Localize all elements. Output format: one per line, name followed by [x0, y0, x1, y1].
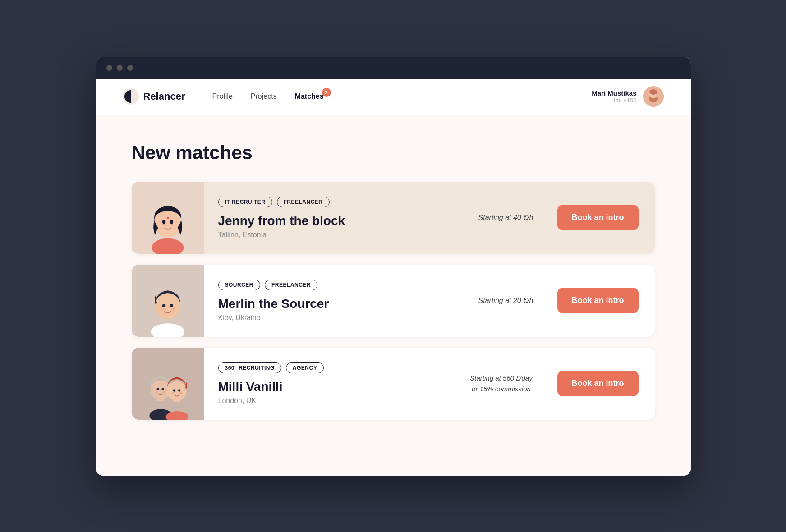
browser-dot-yellow — [117, 65, 123, 71]
svg-point-24 — [161, 388, 164, 390]
match-price-0: Starting at 40 €/h — [465, 212, 547, 224]
svg-point-19 — [171, 307, 175, 310]
svg-point-33 — [179, 392, 182, 394]
svg-point-17 — [170, 304, 173, 307]
app-content: Relancer Profile Projects Matches 2 Mari… — [96, 79, 691, 476]
user-id: Idu #100 — [592, 97, 636, 104]
merlin-avatar-icon — [138, 274, 197, 337]
user-avatar[interactable] — [643, 86, 664, 107]
nav-projects[interactable]: Projects — [251, 92, 277, 101]
nav-matches[interactable]: Matches 2 — [295, 92, 324, 101]
match-card-1: SOURCER FREELANCER Merlin the Sourcer Ki… — [132, 265, 655, 337]
svg-point-31 — [178, 389, 180, 391]
svg-point-13 — [151, 323, 184, 337]
tag-1-0: SOURCER — [218, 280, 261, 290]
svg-point-26 — [163, 390, 165, 393]
tag-2-0: 360° RECRUITING — [218, 362, 281, 373]
book-intro-0[interactable]: Book an intro — [557, 205, 639, 230]
browser-bar — [96, 57, 691, 79]
svg-point-15 — [155, 294, 180, 319]
match-card-0: IT RECRUITER FREELANCER Jenny from the b… — [132, 182, 655, 254]
tag-0-0: IT RECRUITER — [218, 197, 272, 207]
book-intro-2[interactable]: Book an intro — [557, 371, 639, 396]
milli-avatar-icon — [138, 357, 197, 420]
match-avatar-0 — [132, 182, 204, 254]
match-action-1: Book an intro — [547, 288, 655, 313]
svg-point-32 — [172, 392, 174, 394]
match-card-2: 360° RECRUITING AGENCY Milli Vanilli Lon… — [132, 348, 655, 420]
svg-point-11 — [170, 220, 173, 223]
matches-badge: 2 — [322, 88, 331, 97]
match-body-2: 360° RECRUITING AGENCY Milli Vanilli Lon… — [204, 350, 456, 417]
svg-point-30 — [173, 389, 175, 391]
svg-point-23 — [156, 388, 159, 390]
book-intro-1[interactable]: Book an intro — [557, 288, 639, 313]
jenny-avatar-icon — [138, 191, 197, 254]
main-content: New matches — [96, 115, 691, 458]
match-price-2: Starting at 560 £/dayor 15% commission — [456, 373, 547, 394]
match-action-2: Book an intro — [547, 371, 655, 396]
logo-text: Relancer — [143, 91, 185, 102]
match-tags-0: IT RECRUITER FREELANCER — [218, 197, 451, 207]
svg-point-7 — [154, 210, 181, 237]
svg-point-29 — [167, 381, 186, 401]
navbar: Relancer Profile Projects Matches 2 Mari… — [96, 79, 691, 115]
match-name-0: Jenny from the block — [218, 214, 451, 228]
match-body-1: SOURCER FREELANCER Merlin the Sourcer Ki… — [204, 267, 465, 335]
match-location-0: Tallinn, Estonia — [218, 231, 451, 239]
tag-1-1: FREELANCER — [265, 280, 317, 290]
user-info: Mari Mustikas Idu #100 — [592, 89, 636, 104]
user-name: Mari Mustikas — [592, 89, 636, 97]
page-title: New matches — [132, 142, 655, 164]
match-tags-1: SOURCER FREELANCER — [218, 280, 451, 290]
browser-window: Relancer Profile Projects Matches 2 Mari… — [96, 57, 691, 476]
browser-dot-green — [127, 65, 133, 71]
svg-point-5 — [152, 238, 184, 254]
tag-2-1: AGENCY — [286, 362, 324, 373]
browser-dot-red — [106, 65, 112, 71]
svg-point-12 — [166, 217, 169, 219]
match-name-2: Milli Vanilli — [218, 380, 442, 394]
nav-profile[interactable]: Profile — [212, 92, 232, 101]
match-name-1: Merlin the Sourcer — [218, 297, 451, 311]
match-body-0: IT RECRUITER FREELANCER Jenny from the b… — [204, 184, 465, 252]
svg-point-18 — [161, 307, 164, 310]
svg-point-16 — [162, 304, 165, 307]
match-tags-2: 360° RECRUITING AGENCY — [218, 362, 442, 373]
match-action-0: Book an intro — [547, 205, 655, 230]
svg-point-10 — [162, 220, 165, 223]
avatar-icon — [643, 86, 664, 107]
navbar-user: Mari Mustikas Idu #100 — [592, 86, 663, 107]
logo-icon — [123, 88, 139, 105]
match-location-2: London, UK — [218, 397, 442, 405]
logo[interactable]: Relancer — [123, 88, 185, 105]
match-avatar-1 — [132, 265, 204, 337]
match-location-1: Kiev, Ukraine — [218, 314, 451, 322]
match-avatar-2 — [132, 348, 204, 420]
svg-point-25 — [155, 390, 157, 393]
match-price-1: Starting at 20 €/h — [465, 295, 547, 307]
svg-point-4 — [649, 89, 657, 95]
navbar-links: Profile Projects Matches 2 — [212, 92, 592, 101]
tag-0-1: FREELANCER — [277, 197, 330, 207]
